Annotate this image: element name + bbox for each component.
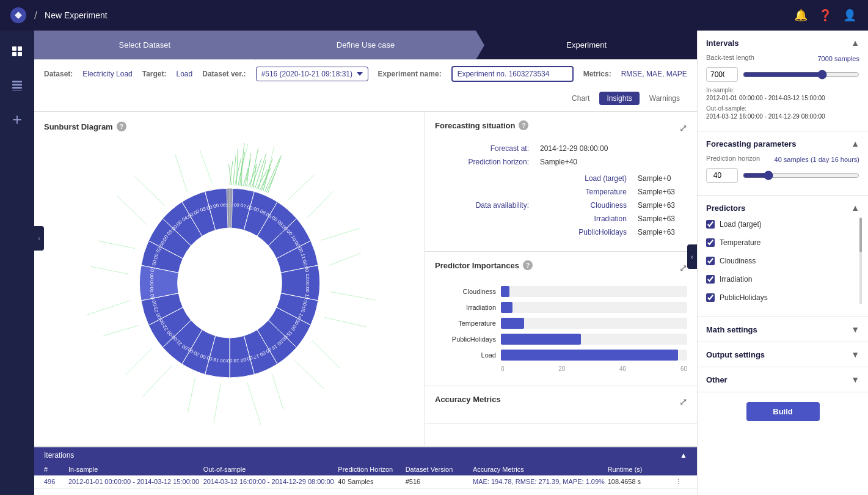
predictor-temperature-row: Temperature bbox=[706, 236, 859, 249]
tab-warnings[interactable]: Warnings bbox=[642, 92, 687, 105]
svg-line-77 bbox=[85, 301, 131, 315]
svg-rect-10 bbox=[13, 119, 21, 120]
predictors-header[interactable]: Predictors ▲ bbox=[706, 203, 859, 213]
topbar-title: New Experiment bbox=[45, 10, 108, 20]
topbar-slash: / bbox=[34, 9, 37, 22]
iter-accuracy: MAE: 194.78, RMSE: 271.39, MAPE: 1.09% bbox=[473, 478, 608, 486]
sidebar-expand-handle[interactable]: › bbox=[34, 226, 44, 251]
pred-horizon-slider[interactable] bbox=[743, 170, 859, 180]
avail-cloud-row: Cloudiness Sample+63 bbox=[541, 199, 680, 211]
metrics-label: Metrics: bbox=[583, 70, 611, 78]
step-define-usecase[interactable]: Define Use case bbox=[255, 31, 476, 59]
bar-irradiation: Irradiation bbox=[435, 302, 687, 313]
col-dataset-ver: Dataset Version bbox=[406, 466, 473, 473]
content-area: Sunburst Diagram ? bbox=[34, 112, 697, 446]
back-test-input[interactable] bbox=[706, 67, 738, 82]
tab-insights[interactable]: Insights bbox=[599, 92, 639, 105]
axis-60: 60 bbox=[680, 365, 687, 372]
accuracy-metrics-header: Accuracy Metrics ⤢ bbox=[435, 395, 687, 409]
notifications-icon[interactable]: 🔔 bbox=[792, 7, 809, 24]
step-experiment[interactable]: Experiment bbox=[476, 31, 697, 59]
predictor-temperature-checkbox[interactable] bbox=[706, 238, 715, 247]
sidebar-icon-plus[interactable] bbox=[6, 109, 28, 131]
iter-in-sample: 2012-01-01 00:00:00 - 2014-03-12 15:00:0… bbox=[68, 478, 203, 486]
bar-cloudiness-label: Cloudiness bbox=[435, 288, 496, 295]
exp-name-input[interactable] bbox=[451, 66, 574, 82]
bar-publicholidays-track bbox=[501, 334, 687, 345]
tab-chart[interactable]: Chart bbox=[564, 92, 597, 105]
svg-rect-6 bbox=[12, 84, 22, 86]
svg-line-70 bbox=[268, 375, 288, 410]
build-button[interactable]: Build bbox=[746, 402, 820, 421]
iterations-header[interactable]: Iterations ▲ bbox=[34, 447, 697, 463]
predictor-publicholidays-label: PublicHolidays bbox=[720, 293, 768, 302]
bar-load-fill bbox=[501, 350, 678, 361]
accuracy-metrics-expand-btn[interactable]: ⤢ bbox=[679, 396, 687, 408]
user-icon[interactable]: 👤 bbox=[841, 7, 858, 24]
predictor-irradiation-checkbox[interactable] bbox=[706, 275, 715, 284]
svg-line-51 bbox=[255, 153, 266, 189]
pred-horizon-row: Prediction horizon 40 samples (1 day 16 … bbox=[706, 155, 859, 164]
forecasting-situation-expand-btn[interactable]: ⤢ bbox=[679, 122, 687, 134]
svg-line-43 bbox=[239, 161, 244, 186]
col-num: # bbox=[44, 466, 68, 473]
pred-horizon-input[interactable] bbox=[706, 168, 738, 183]
forecast-at-value: 2014-12-29 08:00:00 bbox=[535, 142, 686, 155]
predictor-importances-expand-btn[interactable]: ⤢ bbox=[679, 262, 687, 274]
prediction-horizon-row: Prediction horizon: Sample+40 bbox=[436, 156, 686, 168]
svg-rect-4 bbox=[18, 52, 22, 56]
view-tabs: Chart Insights Warnings bbox=[564, 92, 687, 105]
accuracy-metrics-title: Accuracy Metrics bbox=[435, 395, 501, 404]
bar-publicholidays-label: PublicHolidays bbox=[435, 336, 496, 343]
forecasting-situation-help-icon[interactable]: ? bbox=[519, 120, 528, 130]
bar-irradiation-track bbox=[501, 302, 687, 313]
svg-line-83 bbox=[200, 149, 212, 185]
sunburst-help-icon[interactable]: ? bbox=[117, 122, 126, 131]
avail-cloud-value: Sample+63 bbox=[633, 199, 680, 211]
forecast-at-row: Forecast at: 2014-12-29 08:00:00 bbox=[436, 142, 686, 155]
data-availability-row: Data availability: Load (target) Sample+… bbox=[436, 169, 686, 241]
other-title: Other bbox=[706, 375, 728, 384]
pred-horizon-label: Prediction horizon bbox=[706, 155, 760, 162]
svg-line-76 bbox=[103, 321, 138, 341]
svg-rect-1 bbox=[12, 46, 16, 51]
svg-line-64 bbox=[321, 223, 360, 245]
math-settings-chevron-icon: ▼ bbox=[851, 324, 859, 334]
right-sidebar-expand-handle[interactable]: ‹ bbox=[687, 244, 697, 269]
predictor-load-checkbox[interactable] bbox=[706, 220, 715, 229]
exp-name-label: Experiment name: bbox=[378, 70, 442, 78]
col-in-sample: In-sample bbox=[68, 466, 203, 473]
step-select-dataset[interactable]: Select Dataset bbox=[34, 31, 255, 59]
predictor-publicholidays-checkbox[interactable] bbox=[706, 293, 715, 302]
avail-load-label: Load (target) bbox=[541, 172, 632, 185]
other-header[interactable]: Other ▼ bbox=[706, 375, 859, 384]
intervals-header[interactable]: Intervals ▲ bbox=[706, 38, 859, 48]
availability-table: Load (target) Sample+0 Temperature Sampl… bbox=[540, 171, 681, 240]
sidebar-icon-grid[interactable] bbox=[6, 40, 28, 62]
forecasting-params-header[interactable]: Forecasting parameters ▲ bbox=[706, 139, 859, 148]
out-of-sample-date: 2014-03-12 16:00:00 - 2014-12-29 08:00:0… bbox=[706, 113, 859, 120]
target-label: Target: bbox=[142, 70, 167, 78]
svg-rect-7 bbox=[12, 87, 22, 89]
predictors-section: Predictors ▲ Load (target) Temperature C… bbox=[698, 196, 868, 317]
back-test-slider[interactable] bbox=[743, 70, 859, 79]
predictor-importances-title: Predictor Importances bbox=[435, 261, 519, 270]
output-settings-header[interactable]: Output settings ▼ bbox=[706, 350, 859, 359]
math-settings-header[interactable]: Math settings ▼ bbox=[706, 324, 859, 334]
predictor-temperature-label: Temperature bbox=[720, 238, 760, 247]
intervals-title: Intervals bbox=[706, 38, 739, 48]
predictor-importances-section: Predictor Importances ? ⤢ Cloudiness Irr… bbox=[425, 252, 697, 386]
iter-menu-icon[interactable]: ⋮ bbox=[675, 478, 687, 486]
sidebar-icon-table[interactable] bbox=[6, 75, 28, 97]
avail-holidays-label: PublicHolidays bbox=[541, 226, 632, 238]
bar-load-label: Load bbox=[435, 351, 496, 359]
help-icon[interactable]: ❓ bbox=[817, 7, 834, 24]
predictor-importances-header: Predictor Importances ? ⤢ bbox=[435, 260, 687, 275]
accuracy-metrics-section: Accuracy Metrics ⤢ bbox=[425, 386, 697, 424]
iterations-title: Iterations bbox=[44, 451, 74, 460]
dataset-version-select[interactable]: #516 (2020-10-21 09:18:31) bbox=[256, 67, 368, 81]
predictor-importances-help-icon[interactable]: ? bbox=[523, 260, 533, 270]
predictor-cloudiness-checkbox[interactable] bbox=[706, 257, 715, 265]
axis-40: 40 bbox=[619, 365, 626, 372]
left-sidebar bbox=[0, 31, 34, 495]
